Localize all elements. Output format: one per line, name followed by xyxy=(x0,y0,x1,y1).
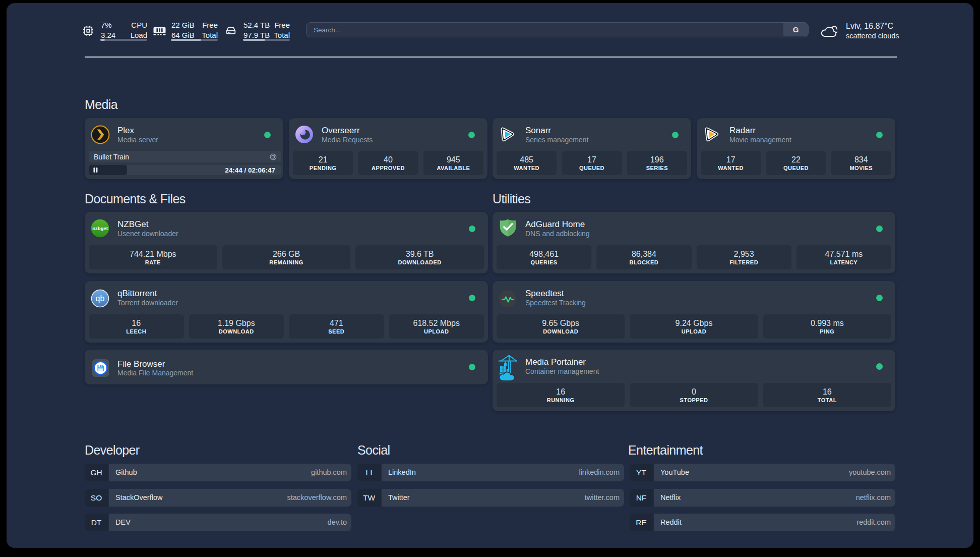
svg-text:qb: qb xyxy=(96,294,105,303)
svg-text:nzbget: nzbget xyxy=(92,226,108,231)
